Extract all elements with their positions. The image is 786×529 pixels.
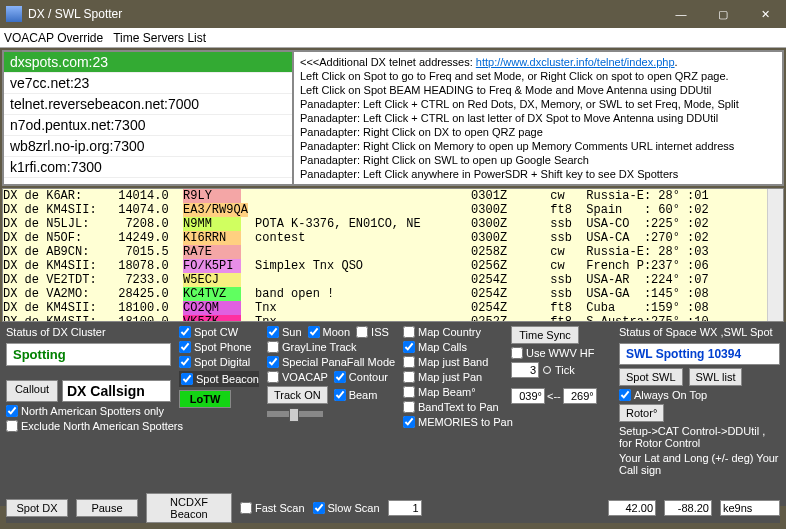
spot-row[interactable]: DX de N5LJL: 7208.0 N9MM POTA K-3376, EN… bbox=[3, 217, 767, 231]
spot-beacon-check[interactable] bbox=[181, 373, 193, 385]
beam-check[interactable] bbox=[334, 389, 346, 401]
spot-row[interactable]: DX de KM4SII: 18100.0 VK5ZK Tnx 0252Z ft… bbox=[3, 315, 767, 321]
maximize-button[interactable]: ▢ bbox=[702, 0, 744, 28]
always-on-top-check[interactable] bbox=[619, 389, 631, 401]
spot-row[interactable]: DX de KM4SII: 14074.0 EA3/RW9QA 0300Z ft… bbox=[3, 203, 767, 217]
map-beam-check[interactable] bbox=[403, 386, 415, 398]
sun-check[interactable] bbox=[267, 326, 279, 338]
fast-scan-check[interactable] bbox=[240, 502, 252, 514]
pause-button[interactable]: Pause bbox=[76, 499, 138, 517]
spot-row[interactable]: DX de AB9CN: 7015.5 RA7E 0258Z cw Russia… bbox=[3, 245, 767, 259]
server-list[interactable]: dxspots.com:23 ve7cc.net:23 telnet.rever… bbox=[3, 51, 293, 185]
callout-button[interactable]: Callout bbox=[6, 380, 58, 402]
na-only-check[interactable] bbox=[6, 405, 18, 417]
grayline-check[interactable] bbox=[267, 341, 279, 353]
spot-phone-check[interactable] bbox=[179, 341, 191, 353]
voacap-check[interactable] bbox=[267, 371, 279, 383]
swl-status-label: Status of Space WX ,SWL Spot bbox=[619, 326, 780, 338]
app-icon bbox=[6, 6, 22, 22]
slow-scan-field[interactable] bbox=[388, 500, 422, 516]
server-item[interactable]: ve7cc.net:23 bbox=[4, 73, 292, 94]
tick-radio[interactable] bbox=[543, 366, 551, 374]
contour-check[interactable] bbox=[334, 371, 346, 383]
lat-field[interactable] bbox=[608, 500, 656, 516]
scrollbar[interactable] bbox=[767, 189, 783, 321]
lon-field[interactable] bbox=[664, 500, 712, 516]
spot-cw-check[interactable] bbox=[179, 326, 191, 338]
minimize-button[interactable]: — bbox=[660, 0, 702, 28]
swl-list-button[interactable]: SWL list bbox=[689, 368, 743, 386]
rotor-b-field[interactable] bbox=[563, 388, 597, 404]
window-title: DX / SWL Spotter bbox=[28, 7, 660, 21]
close-button[interactable]: ✕ bbox=[744, 0, 786, 28]
setup-hint: Setup->CAT Control->DDUtil , for Rotor C… bbox=[619, 425, 780, 449]
track-on-button[interactable]: Track ON bbox=[267, 386, 328, 404]
memories-check[interactable] bbox=[403, 416, 415, 428]
spot-swl-button[interactable]: Spot SWL bbox=[619, 368, 683, 386]
spot-row[interactable]: DX de N5OF: 14249.0 KI6RRN contest 0300Z… bbox=[3, 231, 767, 245]
map-pan-check[interactable] bbox=[403, 371, 415, 383]
panafall-check[interactable] bbox=[267, 356, 279, 368]
map-country-check[interactable] bbox=[403, 326, 415, 338]
info-panel: <<<Additional DX telnet addresses: http:… bbox=[293, 51, 783, 185]
spot-digital-check[interactable] bbox=[179, 356, 191, 368]
lotw-button[interactable]: LoTW bbox=[179, 390, 231, 408]
map-band-check[interactable] bbox=[403, 356, 415, 368]
server-item[interactable]: telnet.reversebeacon.net:7000 bbox=[4, 94, 292, 115]
server-item[interactable]: n7od.pentux.net:7300 bbox=[4, 115, 292, 136]
iss-check[interactable] bbox=[356, 326, 368, 338]
status-value: Spotting bbox=[6, 343, 171, 366]
moon-check[interactable] bbox=[308, 326, 320, 338]
server-item[interactable]: dxspots.com:23 bbox=[4, 52, 292, 73]
rotor-button[interactable]: Rotor° bbox=[619, 404, 664, 422]
spot-row[interactable]: DX de VA2MO: 28425.0 KC4TVZ band open ! … bbox=[3, 287, 767, 301]
spot-row[interactable]: DX de KM4SII: 18078.0 FO/K5PI Simplex Tn… bbox=[3, 259, 767, 273]
status-label: Status of DX Cluster bbox=[6, 326, 171, 338]
menu-voacap-override[interactable]: VOACAP Override bbox=[4, 31, 103, 45]
ncdxf-button[interactable]: NCDXF Beacon bbox=[146, 493, 232, 523]
callsign-field[interactable] bbox=[720, 500, 780, 516]
rotor-a-field[interactable] bbox=[511, 388, 545, 404]
beam-slider[interactable] bbox=[267, 411, 323, 417]
spot-row[interactable]: DX de K6AR: 14014.0 R9LY 0301Z cw Russia… bbox=[3, 189, 767, 203]
dx-spot-list[interactable]: DX de K6AR: 14014.0 R9LY 0301Z cw Russia… bbox=[3, 189, 767, 321]
time-sync-button[interactable]: Time Sync bbox=[511, 326, 579, 344]
tick-field[interactable] bbox=[511, 362, 539, 378]
slow-scan-check[interactable] bbox=[313, 502, 325, 514]
server-item[interactable]: k1rfi.com:7300 bbox=[4, 157, 292, 178]
swl-status: SWL Spotting 10394 bbox=[619, 343, 780, 365]
server-item[interactable]: wb8zrl.no-ip.org:7300 bbox=[4, 136, 292, 157]
telnet-link[interactable]: http://www.dxcluster.info/telnet/index.p… bbox=[476, 56, 675, 68]
latlong-hint: Your Lat and Long (+/- deg) Your Call si… bbox=[619, 452, 780, 476]
map-calls-check[interactable] bbox=[403, 341, 415, 353]
wwv-check[interactable] bbox=[511, 347, 523, 359]
spot-row[interactable]: DX de VE2TDT: 7233.0 W5ECJ 0254Z ssb USA… bbox=[3, 273, 767, 287]
bandtext-check[interactable] bbox=[403, 401, 415, 413]
exclude-na-check[interactable] bbox=[6, 420, 18, 432]
dx-callsign-button[interactable]: DX Callsign bbox=[62, 380, 171, 402]
spot-dx-button[interactable]: Spot DX bbox=[6, 499, 68, 517]
spot-row[interactable]: DX de KM4SII: 18100.0 CO2QM Tnx 0254Z ft… bbox=[3, 301, 767, 315]
menu-time-servers[interactable]: Time Servers List bbox=[113, 31, 206, 45]
